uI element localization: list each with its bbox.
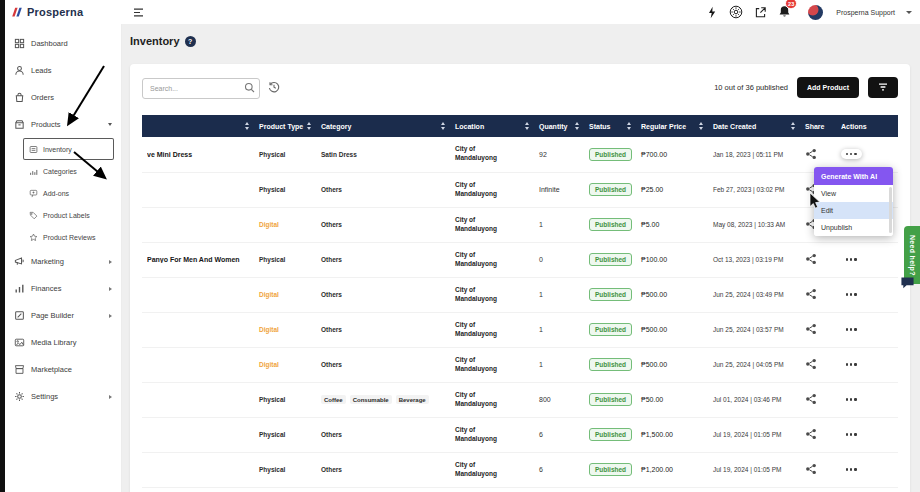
sidebar-item-finances[interactable]: Finances [5,275,121,302]
share-icon[interactable] [805,428,817,440]
sidebar-item-label: Products [31,120,61,129]
sidebar-item-product-reviews[interactable]: Product Reviews [5,226,121,248]
sidebar-item-label: Orders [31,93,54,102]
status-badge: Published [589,288,632,301]
date-created: Jun 25, 2024 | 04:05 PM [713,361,784,368]
row-actions-button[interactable] [841,289,862,299]
product-type: Physical [259,186,285,193]
chat-bubble-icon[interactable] [900,276,915,290]
sort-icon[interactable] [525,122,529,130]
product-category: Others [321,186,342,193]
sort-icon[interactable] [627,122,631,130]
share-icon[interactable] [805,148,817,160]
bell-icon[interactable]: 23 [778,5,791,19]
sidebar-item-leads[interactable]: Leads [5,57,121,84]
col-header-share: Share [800,115,836,137]
person-icon [14,65,25,76]
share-icon[interactable] [805,253,817,265]
sidebar-collapse-button[interactable] [132,6,145,19]
sidebar-item-dashboard[interactable]: Dashboard [5,30,121,57]
product-price: ₱1,200.00 [641,466,673,473]
search-icon[interactable] [244,82,255,93]
product-location: City of Mandaluyong [455,251,509,269]
table-row: Digital Others City of Mandaluyong 1 Pub… [142,207,898,242]
flash-icon[interactable] [706,6,718,19]
sort-icon[interactable] [245,122,249,130]
status-badge: Published [589,183,632,196]
product-quantity: 6 [539,466,543,473]
filter-icon [877,81,889,93]
sidebar-item-page-builder[interactable]: Page Builder [5,302,121,329]
sidebar-item-products[interactable]: Products [5,111,121,138]
menu-item-unpublish[interactable]: Unpublish [814,219,893,236]
menu-scrollbar[interactable] [889,187,892,233]
share-icon[interactable] [805,288,817,300]
sidebar-item-media-library[interactable]: Media Library [5,329,121,356]
sort-icon[interactable] [307,122,311,130]
category-tag: Coffee [321,395,346,404]
col-header-status: Status [584,115,636,137]
product-location: City of Mandaluyong [455,145,509,163]
product-quantity: 0 [539,256,543,263]
sidebar-item-product-labels[interactable]: Product Labels [5,204,121,226]
row-actions-button[interactable] [841,394,862,404]
history-icon[interactable] [268,81,280,93]
product-type: Physical [259,466,285,473]
date-created: Jul 19, 2024 | 01:05 PM [713,431,782,438]
add-product-button[interactable]: Add Product [797,77,859,98]
row-actions-button[interactable] [841,359,862,369]
row-actions-button[interactable] [841,324,862,334]
row-actions-button[interactable] [841,464,862,474]
search-input[interactable] [142,78,260,99]
sort-icon[interactable] [575,122,579,130]
sidebar-item-categories[interactable]: Categories [5,160,121,182]
sidebar-item-orders[interactable]: Orders [5,84,121,111]
table-row: Physical Others City of Mandaluyong Infi… [142,172,898,207]
table-row: Panyo For Men And Women Physical Others … [142,242,898,277]
category-tag: Consumable [350,395,392,404]
inventory-table: Product Type Category Location Quantity … [142,115,898,488]
row-actions-button[interactable] [841,429,862,439]
gear-icon[interactable] [729,5,743,19]
logo[interactable]: Prosperna [5,6,122,18]
date-created: Jan 18, 2023 | 05:11 PM [713,151,783,158]
hamburger-icon [132,6,145,19]
avatar[interactable] [808,5,823,20]
row-actions-button[interactable] [841,149,862,159]
product-quantity: 800 [539,396,551,403]
product-category: Others [321,361,342,368]
sort-icon[interactable] [699,122,703,130]
share-icon[interactable] [805,323,817,335]
table-row: Digital Others City of Mandaluyong 1 Pub… [142,347,898,382]
product-price: ₱100.00 [641,256,667,263]
sidebar-item-label: Dashboard [31,39,68,48]
tag-icon [29,211,38,220]
menu-item-view[interactable]: View [814,185,893,202]
sidebar-item-inventory[interactable]: Inventory [23,138,114,160]
help-icon[interactable]: ? [185,36,196,47]
table-row: Physical Others City of Mandaluyong 6 Pu… [142,452,898,487]
sort-icon[interactable] [791,122,795,130]
sidebar-item-label: Finances [31,284,61,293]
sidebar-subitem-label: Add-ons [43,190,69,197]
share-icon[interactable] [805,463,817,475]
sidebar-item-marketing[interactable]: Marketing [5,248,121,275]
share-icon[interactable] [805,393,817,405]
share-icon[interactable] [805,358,817,370]
menu-item-edit[interactable]: Edit [814,202,893,219]
sort-icon[interactable] [441,122,445,130]
external-link-icon[interactable] [754,6,767,19]
sidebar-item-settings[interactable]: Settings [5,383,121,410]
chevron-down-icon[interactable] [906,11,912,14]
filter-button[interactable] [868,77,898,98]
chevron-right-icon [109,395,112,399]
box-icon [14,119,25,130]
menu-item-generate-with-ai[interactable]: Generate With AI [814,167,893,185]
col-header-date-created: Date Created [708,115,800,137]
col-header-regular-price: Regular Price [636,115,708,137]
product-location: City of Mandaluyong [455,391,509,409]
sidebar-item-add-ons[interactable]: Add-ons [5,182,121,204]
status-badge: Published [589,253,632,266]
sidebar-item-marketplace[interactable]: Marketplace [5,356,121,383]
row-actions-button[interactable] [841,254,862,264]
